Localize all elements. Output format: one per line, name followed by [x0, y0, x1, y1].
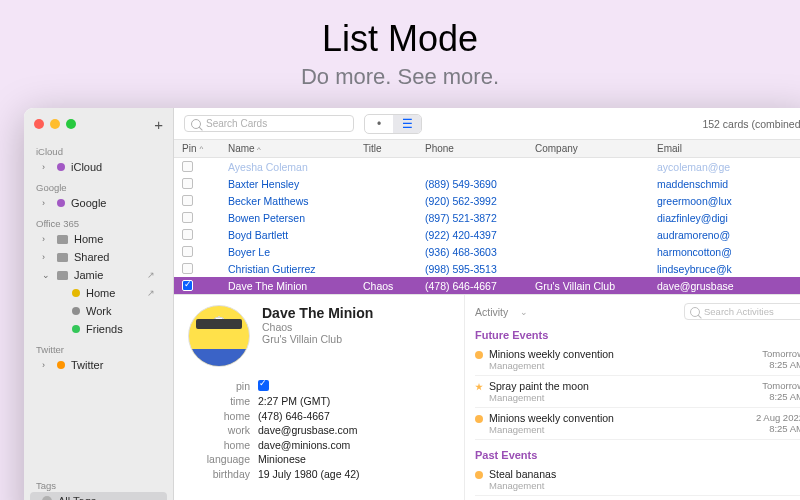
event-item[interactable]: Spray paint the moon Management Tomorrow… — [475, 376, 800, 408]
folder-icon — [57, 271, 68, 280]
sidebar-item[interactable]: ⌄Jamie↗ — [30, 266, 167, 284]
sidebar-item-label: Jamie — [74, 269, 103, 281]
folder-icon — [57, 253, 68, 262]
cell-name[interactable]: Ayesha Coleman — [228, 161, 308, 173]
account-status-icon — [57, 199, 65, 207]
cell-phone[interactable]: (998) 595-3513 — [425, 263, 497, 275]
cell-phone[interactable]: (478) 646-4667 — [425, 280, 497, 292]
main-panel: Search Cards • ☰ 152 cards (combined) Pi… — [174, 108, 800, 500]
cell-phone[interactable]: (922) 420-4397 — [425, 229, 497, 241]
cell-email[interactable]: lindseybruce@k — [657, 263, 732, 275]
cell-name[interactable]: Christian Gutierrez — [228, 263, 316, 275]
sidebar-item-label: iCloud — [71, 161, 102, 173]
field-value[interactable] — [258, 380, 269, 393]
sidebar-item[interactable]: Work — [30, 302, 167, 320]
grid-view-icon[interactable]: • — [365, 115, 393, 133]
sidebar-item-label: Home — [74, 233, 103, 245]
table-row[interactable]: Boyer Le (936) 468-3603 harmoncotton@ — [174, 243, 800, 260]
table-row[interactable]: Bowen Petersen (897) 521-3872 diazfinley… — [174, 209, 800, 226]
activity-search-input[interactable]: Search Activities — [684, 303, 800, 320]
hero-subtitle: Do more. See more. — [0, 64, 800, 90]
cell-title — [355, 266, 417, 272]
tag-item[interactable]: All Tags — [30, 492, 167, 500]
sidebar-item[interactable]: ›iCloud — [30, 158, 167, 176]
sidebar-item[interactable]: ›Twitter — [30, 356, 167, 374]
cell-company — [527, 181, 649, 187]
pin-checkbox-icon[interactable] — [258, 380, 269, 391]
activity-dropdown-icon[interactable]: ⌄ — [520, 307, 528, 317]
sidebar-item[interactable]: Friends — [30, 320, 167, 338]
cell-email[interactable]: greermoon@lux — [657, 195, 732, 207]
search-input[interactable]: Search Cards — [184, 115, 354, 132]
cell-email[interactable]: dave@grusbase — [657, 280, 734, 292]
sidebar-item[interactable]: ›Google — [30, 194, 167, 212]
col-phone[interactable]: Phone — [417, 140, 527, 157]
event-category: Management — [489, 424, 750, 435]
col-title[interactable]: Title — [355, 140, 417, 157]
cell-name[interactable]: Boyer Le — [228, 246, 270, 258]
col-email[interactable]: Email — [649, 140, 800, 157]
chevron-icon: › — [42, 162, 51, 172]
event-item[interactable]: Minions weekly convention Management 2 A… — [475, 408, 800, 440]
col-name[interactable]: Name ^ — [220, 140, 355, 157]
cell-email[interactable]: harmoncotton@ — [657, 246, 732, 258]
cell-company — [527, 266, 649, 272]
avatar[interactable] — [188, 305, 250, 367]
table-row[interactable]: Ayesha Coleman aycoleman@ge — [174, 158, 800, 175]
event-title: Spray paint the moon — [489, 380, 756, 392]
pin-checkbox[interactable] — [182, 161, 193, 172]
col-pin[interactable]: Pin^ — [174, 140, 220, 157]
sidebar-item[interactable]: ›Shared — [30, 248, 167, 266]
cell-phone[interactable]: (897) 521-3872 — [425, 212, 497, 224]
cell-name[interactable]: Baxter Hensley — [228, 178, 299, 190]
event-when: Tomorrow8:25 AM — [762, 380, 800, 402]
sidebar: + iCloud›iCloudGoogle›GoogleOffice 365›H… — [24, 108, 174, 500]
sidebar-section-header: Twitter — [24, 338, 173, 356]
event-item[interactable]: Steal bananas Management — [475, 464, 800, 496]
pin-checkbox[interactable] — [182, 263, 193, 274]
cell-name[interactable]: Boyd Bartlett — [228, 229, 288, 241]
detail-panel: Dave The Minion Chaos Gru's Villain Club… — [174, 294, 800, 500]
sidebar-item[interactable]: Home↗ — [30, 284, 167, 302]
view-mode-toggle[interactable]: • ☰ — [364, 114, 422, 134]
future-events-header: Future Events — [475, 326, 800, 344]
cell-email[interactable]: diazfinley@digi — [657, 212, 728, 224]
share-icon: ↗ — [147, 270, 155, 280]
detail-field: work dave@grusbase.com — [188, 424, 450, 436]
col-company[interactable]: Company — [527, 140, 649, 157]
list-view-icon[interactable]: ☰ — [393, 115, 421, 133]
cell-phone[interactable]: (936) 468-3603 — [425, 246, 497, 258]
pin-checkbox[interactable] — [182, 280, 193, 291]
cell-phone[interactable]: (920) 562-3992 — [425, 195, 497, 207]
cell-email[interactable]: aycoleman@ge — [657, 161, 730, 173]
table-row[interactable]: Christian Gutierrez (998) 595-3513 linds… — [174, 260, 800, 277]
event-item[interactable]: Minions weekly convention Management Tom… — [475, 344, 800, 376]
cell-title — [355, 198, 417, 204]
event-dot-icon — [475, 415, 483, 423]
cell-email[interactable]: audramoreno@ — [657, 229, 730, 241]
table-row[interactable]: Dave The Minion Chaos (478) 646-4667 Gru… — [174, 277, 800, 294]
sidebar-item-label: Home — [86, 287, 115, 299]
chevron-icon: › — [42, 234, 51, 244]
table-row[interactable]: Boyd Bartlett (922) 420-4397 audramoreno… — [174, 226, 800, 243]
cell-name[interactable]: Bowen Petersen — [228, 212, 305, 224]
cell-company — [527, 215, 649, 221]
pin-checkbox[interactable] — [182, 246, 193, 257]
table-row[interactable]: Becker Matthews (920) 562-3992 greermoon… — [174, 192, 800, 209]
pin-checkbox[interactable] — [182, 229, 193, 240]
pin-checkbox[interactable] — [182, 178, 193, 189]
sidebar-item[interactable]: ›Home — [30, 230, 167, 248]
close-icon[interactable] — [34, 119, 44, 129]
pin-checkbox[interactable] — [182, 195, 193, 206]
cell-email[interactable]: maddenschmid — [657, 178, 728, 190]
cell-name[interactable]: Dave The Minion — [228, 280, 307, 292]
pin-checkbox[interactable] — [182, 212, 193, 223]
cell-name[interactable]: Becker Matthews — [228, 195, 309, 207]
add-button[interactable]: + — [154, 116, 163, 133]
minimize-icon[interactable] — [50, 119, 60, 129]
cell-phone[interactable]: (889) 549-3690 — [425, 178, 497, 190]
window-controls[interactable] — [34, 119, 76, 129]
field-label: home — [188, 439, 250, 451]
table-row[interactable]: Baxter Hensley (889) 549-3690 maddenschm… — [174, 175, 800, 192]
zoom-icon[interactable] — [66, 119, 76, 129]
